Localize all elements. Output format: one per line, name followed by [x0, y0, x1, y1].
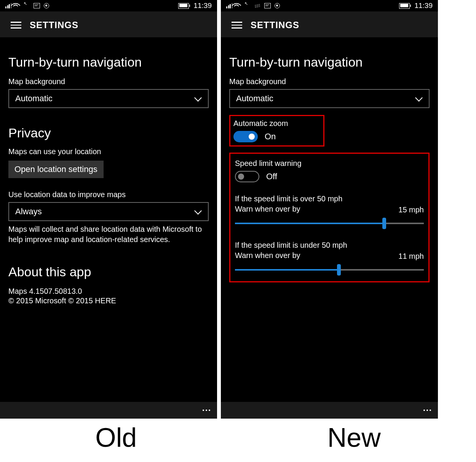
wifi-arrow-icon: ↖ — [24, 1, 27, 6]
speed-toggle[interactable] — [235, 171, 259, 182]
appbar — [0, 402, 217, 419]
app-header: SETTINGS — [0, 11, 217, 37]
wifi-icon — [16, 3, 22, 9]
slider2-line1: If the speed limit is under 50 mph — [235, 240, 347, 250]
privacy-heading: Privacy — [8, 126, 209, 140]
auto-zoom-state: On — [265, 132, 276, 142]
about-heading: About this app — [8, 264, 209, 279]
clock: 11:39 — [193, 2, 212, 10]
clock: 11:39 — [414, 2, 433, 10]
page-title: SETTINGS — [30, 20, 78, 30]
map-bg-value: Automatic — [15, 94, 53, 104]
chevron-down-icon — [195, 210, 202, 213]
speed-label: Speed limit warning — [235, 159, 424, 168]
auto-zoom-label: Automatic zoom — [233, 119, 320, 128]
message-icon — [34, 3, 40, 8]
hamburger-icon[interactable] — [232, 22, 242, 29]
wifi-arrow-icon: ↖ — [244, 1, 248, 6]
improve-label: Use location data to improve maps — [8, 190, 209, 199]
improve-select[interactable]: Always — [8, 202, 209, 221]
nav-heading: Turn-by-turn navigation — [8, 55, 209, 70]
highlight-speed: Speed limit warning Off If the speed lim… — [229, 153, 430, 282]
map-bg-select[interactable]: Automatic — [229, 89, 430, 108]
slider2-line2: Warn when over by — [235, 250, 347, 261]
nav-heading: Turn-by-turn navigation — [229, 55, 430, 70]
chevron-down-icon — [416, 97, 423, 100]
label-old: Old — [95, 422, 137, 453]
location-label: Maps can use your location — [8, 147, 209, 156]
chevron-down-icon — [195, 97, 202, 100]
map-bg-value: Automatic — [236, 94, 273, 104]
improve-value: Always — [15, 207, 42, 217]
more-icon[interactable] — [423, 409, 431, 411]
more-icon[interactable] — [203, 409, 210, 411]
map-bg-label: Map background — [229, 77, 430, 86]
battery-icon — [178, 3, 189, 9]
slider1-value: 15 mph — [398, 206, 424, 214]
version-text: Maps 4.1507.50813.0 — [8, 286, 209, 296]
map-bg-select[interactable]: Automatic — [8, 89, 209, 108]
comparison-labels: Old New — [0, 419, 476, 460]
slider-over-50: If the speed limit is over 50 mph Warn w… — [235, 194, 424, 224]
screen-new: ↖ 11:39 SETTINGS Turn-by-turn navigation… — [221, 0, 438, 419]
status-bar: ↖ 11:39 — [221, 0, 438, 11]
highlight-auto-zoom: Automatic zoom On — [229, 115, 324, 147]
waves-icon — [254, 4, 260, 8]
auto-zoom-toggle[interactable] — [233, 131, 258, 142]
wifi-icon — [236, 3, 243, 9]
speed-state: Off — [266, 172, 277, 182]
slider2[interactable] — [235, 269, 424, 271]
message-icon — [264, 3, 271, 8]
slider1-line1: If the speed limit is over 50 mph — [235, 194, 342, 204]
app-header: SETTINGS — [221, 11, 438, 37]
slider-under-50: If the speed limit is under 50 mph Warn … — [235, 240, 424, 271]
status-bar: ↖ 11:39 — [0, 0, 217, 11]
appbar — [221, 402, 438, 419]
hamburger-icon[interactable] — [11, 22, 21, 29]
slider2-value: 11 mph — [398, 252, 424, 261]
slider1-line2: Warn when over by — [235, 204, 342, 214]
copyright-text: © 2015 Microsoft © 2015 HERE — [8, 296, 209, 305]
page-title: SETTINGS — [251, 20, 299, 30]
map-bg-label: Map background — [8, 77, 209, 86]
improve-desc: Maps will collect and share location dat… — [8, 224, 209, 245]
label-new: New — [327, 422, 381, 453]
battery-icon — [399, 3, 410, 9]
record-icon — [44, 3, 49, 8]
record-icon — [275, 3, 280, 8]
screen-old: ↖ 11:39 SETTINGS Turn-by-turn navigation… — [0, 0, 217, 419]
slider1[interactable] — [235, 223, 424, 224]
open-location-settings-button[interactable]: Open location settings — [8, 161, 104, 178]
